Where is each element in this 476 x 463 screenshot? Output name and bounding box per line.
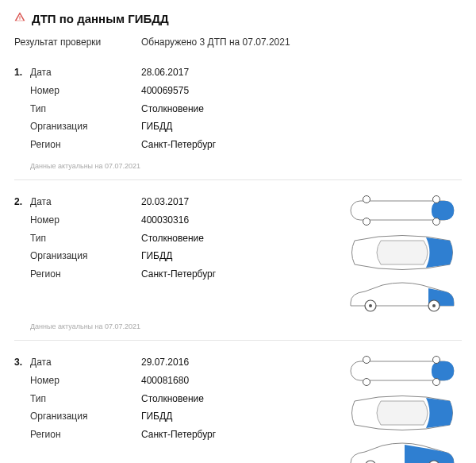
- field-row: ТипСтолкновение: [14, 390, 343, 408]
- field-label-type: Тип: [30, 230, 141, 248]
- accident-record: 2.Дата20.03.2017Номер400030316ТипСтолкно…: [14, 188, 462, 330]
- field-label-number: Номер: [30, 82, 141, 100]
- field-value-org: ГИБДД: [141, 247, 172, 265]
- result-label: Результат проверки: [14, 37, 141, 48]
- field-row: Номер400069575: [14, 82, 462, 100]
- svg-point-2: [363, 195, 370, 203]
- field-label-type: Тип: [30, 100, 141, 118]
- field-row: ТипСтолкновение: [14, 230, 343, 248]
- field-label-region: Регион: [30, 136, 141, 154]
- field-value-date: 28.06.2017: [141, 64, 189, 82]
- field-row: ОрганизацияГИБДД: [14, 247, 343, 265]
- svg-rect-11: [432, 361, 454, 380]
- svg-point-15: [433, 378, 440, 385]
- section-header: ДТП по данным ГИБДД: [14, 11, 462, 25]
- field-label-date: Дата: [30, 193, 141, 211]
- field-row: РегионСанкт-Петербург: [14, 136, 462, 154]
- result-value: Обнаружено 3 ДТП на 07.07.2021: [141, 37, 290, 48]
- field-label-date: Дата: [30, 64, 141, 82]
- record-index: 3.: [14, 353, 30, 372]
- svg-point-13: [363, 378, 370, 385]
- field-value-number: 400081680: [141, 372, 189, 390]
- separator: [14, 179, 462, 180]
- field-value-number: 400069575: [141, 82, 189, 100]
- record-index: 2.: [14, 193, 30, 211]
- svg-rect-1: [432, 201, 454, 220]
- accident-record: 3.Дата29.07.2016Номер400081680ТипСтолкно…: [14, 349, 462, 463]
- field-row: Номер400030316: [14, 211, 343, 230]
- field-value-org: ГИБДД: [141, 118, 172, 136]
- warning-icon: [14, 11, 25, 25]
- data-actual-note: Данные актуальны на 07.07.2021: [30, 162, 462, 170]
- section-title: ДТП по данным ГИБДД: [32, 12, 169, 25]
- field-label-number: Номер: [30, 372, 141, 390]
- field-value-number: 400030316: [141, 211, 189, 230]
- field-label-region: Регион: [30, 426, 141, 444]
- field-row: 1.Дата28.06.2017: [14, 64, 462, 82]
- field-value-region: Санкт-Петербург: [141, 136, 216, 154]
- svg-point-4: [433, 195, 440, 203]
- field-value-region: Санкт-Петербург: [141, 265, 216, 284]
- field-row: ОрганизацияГИБДД: [14, 118, 462, 136]
- field-value-date: 29.07.2016: [141, 353, 189, 372]
- field-value-type: Столкновение: [141, 230, 204, 248]
- damage-diagram: [343, 353, 462, 463]
- field-row: РегионСанкт-Петербург: [14, 265, 343, 284]
- svg-point-9: [432, 304, 436, 307]
- field-row: Номер400081680: [14, 372, 343, 390]
- field-value-org: ГИБДД: [141, 407, 172, 426]
- field-value-date: 20.03.2017: [141, 193, 189, 211]
- field-value-type: Столкновение: [141, 390, 204, 408]
- accident-record: 1.Дата28.06.2017Номер400069575ТипСтолкно…: [14, 59, 462, 170]
- damage-diagram: [343, 193, 462, 314]
- record-index: 1.: [14, 64, 30, 82]
- field-row: 3.Дата29.07.2016: [14, 353, 343, 372]
- separator: [14, 340, 462, 341]
- field-label-org: Организация: [30, 118, 141, 136]
- field-row: РегионСанкт-Петербург: [14, 426, 343, 444]
- field-label-date: Дата: [30, 353, 141, 372]
- field-label-org: Организация: [30, 247, 141, 265]
- field-row: 2.Дата20.03.2017: [14, 193, 343, 211]
- svg-point-3: [363, 218, 370, 225]
- field-row: ОрганизацияГИБДД: [14, 407, 343, 426]
- field-label-type: Тип: [30, 390, 141, 408]
- result-summary: Результат проверки Обнаружено 3 ДТП на 0…: [14, 37, 462, 48]
- data-actual-note: Данные актуальны на 07.07.2021: [30, 322, 462, 330]
- field-value-region: Санкт-Петербург: [141, 426, 216, 444]
- field-value-type: Столкновение: [141, 100, 204, 118]
- svg-point-12: [363, 356, 370, 363]
- field-label-org: Организация: [30, 407, 141, 426]
- svg-point-5: [433, 218, 440, 225]
- svg-point-14: [433, 356, 440, 363]
- field-label-region: Регион: [30, 265, 141, 284]
- svg-point-7: [369, 304, 372, 307]
- field-label-number: Номер: [30, 211, 141, 230]
- field-row: ТипСтолкновение: [14, 100, 462, 118]
